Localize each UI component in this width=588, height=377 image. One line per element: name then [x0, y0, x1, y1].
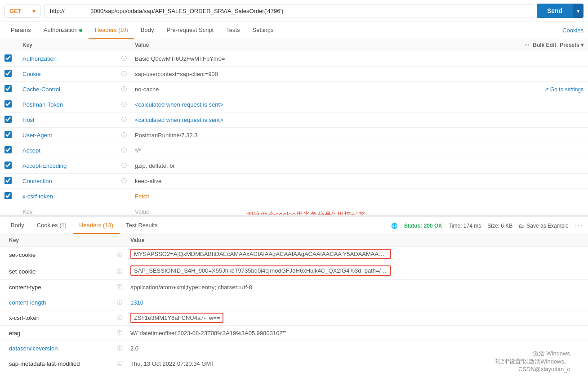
presets-btn[interactable]: Presets ▾	[560, 42, 584, 48]
resp-value-4: ZSh1e3MM1Y6aFCNU4a7-_w==	[130, 313, 579, 323]
request-tabs-row: Params Authorization Headers (10) Body P…	[0, 22, 588, 39]
row-checkbox-0[interactable]	[4, 54, 12, 62]
resp-value-6: 2.0	[130, 345, 579, 352]
resp-value-2: application/atom+xml;type=entry; charset…	[130, 284, 579, 291]
response-headers-area: Key Value set-cookie ⓘ MYSAPSSO2=AjQxMDM…	[0, 234, 588, 369]
header-key-4: Host	[22, 117, 121, 123]
resp-info-icon-1[interactable]: ⓘ	[117, 268, 130, 275]
tab-authorization[interactable]: Authorization	[37, 22, 89, 39]
header-row: User-Agent ⓘ PostmanRuntime/7.32.3	[0, 128, 588, 143]
resp-highlighted-value-4: ZSh1e3MM1Y6aFCNU4a7-_w==	[130, 313, 223, 323]
more-options-button[interactable]: ···	[575, 222, 584, 230]
resp-header-row: sap-metadata-last-modified ⓘ Thu, 13 Oct…	[0, 356, 588, 369]
resp-info-icon-4[interactable]: ⓘ	[117, 314, 130, 322]
resp-col-value: Value	[130, 237, 579, 243]
info-icon-0[interactable]: ⓘ	[121, 55, 135, 63]
resp-tab-cookies[interactable]: Cookies (1)	[31, 217, 73, 234]
tab-body[interactable]: Body	[134, 22, 160, 39]
header-value-1: sap-usercontext=sap-client=900	[135, 71, 359, 77]
resp-info-icon-7[interactable]: ⓘ	[117, 360, 130, 368]
info-icon-8[interactable]: ⓘ	[121, 177, 135, 185]
resp-tab-headers[interactable]: Headers (13)	[73, 217, 120, 234]
bulk-edit-btn[interactable]: Bulk Edit	[533, 42, 556, 48]
info-icon-3[interactable]: ⓘ	[121, 101, 135, 108]
save-icon: 🗂	[519, 223, 524, 229]
url-bar: GET ▾ Send ▾	[0, 0, 588, 22]
info-icon-2[interactable]: ⓘ	[121, 85, 135, 93]
resp-header-row: etag ⓘ W/"datetimeoffset'2023-08-23T08%3…	[0, 326, 588, 341]
resp-header-row: set-cookie ⓘ SAP_SESSIONID_S4H_900=X55Jh…	[0, 263, 588, 280]
send-button[interactable]: Send	[537, 4, 573, 18]
resp-key-7: sap-metadata-last-modified	[9, 360, 117, 367]
header-value-8: keep-alive	[135, 178, 359, 184]
header-value-2: no-cache	[135, 86, 359, 93]
tab-params[interactable]: Params	[4, 22, 37, 39]
resp-info-icon-6[interactable]: ⓘ	[117, 345, 130, 352]
headers-actions: ··· Bulk Edit Presets ▾	[525, 42, 584, 48]
resp-key-2: content-type	[9, 284, 117, 291]
resp-highlighted-value-0: MYSAPSSO2=AjQxMDMBABhDAEcAMAAxADIAIAAgAC…	[130, 249, 391, 259]
row-checkbox-7[interactable]	[4, 162, 12, 169]
resp-info-icon-0[interactable]: ⓘ	[117, 251, 130, 259]
header-row: Host ⓘ <calculated when request is sent>	[0, 112, 588, 128]
resp-header-row: set-cookie ⓘ MYSAPSSO2=AjQxMDMBABhDAEcAM…	[0, 247, 588, 263]
method-dropdown-icon: ▾	[32, 8, 36, 14]
row-checkbox-2[interactable]	[4, 85, 12, 92]
row-checkbox-3[interactable]	[4, 100, 12, 108]
info-icon-4[interactable]: ⓘ	[121, 116, 135, 124]
info-icon-6[interactable]: ⓘ	[121, 147, 135, 154]
cookies-link[interactable]: Cookies	[562, 27, 584, 34]
header-value-3: <calculated when request is sent>	[135, 101, 359, 108]
resp-tab-testresults[interactable]: Test Results	[120, 217, 164, 234]
resp-key-6: dataserviceversion	[9, 345, 117, 352]
header-key-7: Accept-Encoding	[22, 162, 121, 169]
resp-key-0: set-cookie	[9, 251, 117, 258]
info-icon-1[interactable]: ⓘ	[121, 70, 135, 78]
resp-value-5: W/"datetimeoffset'2023-08-23T08%3A19%3A0…	[130, 330, 579, 337]
url-input[interactable]	[44, 4, 533, 18]
request-headers-col-headers: Key Value ··· Bulk Edit Presets ▾	[0, 39, 588, 51]
header-value-5: PostmanRuntime/7.32.3	[135, 132, 359, 139]
tab-tests[interactable]: Tests	[220, 22, 246, 39]
tab-prerequest[interactable]: Pre-request Script	[160, 22, 220, 39]
resp-info-icon-5[interactable]: ⓘ	[117, 329, 130, 337]
info-icon-7[interactable]: ⓘ	[121, 162, 135, 170]
row-checkbox-1[interactable]	[4, 70, 12, 77]
resp-info-icon-2[interactable]: ⓘ	[117, 283, 130, 291]
header-key-9: x-csrf-token	[22, 193, 121, 200]
goto-settings-link[interactable]: ↗ Go to settings	[544, 86, 584, 93]
tab-settings[interactable]: Settings	[246, 22, 280, 39]
row-checkbox-6[interactable]	[4, 146, 12, 153]
more-icon[interactable]: ···	[525, 42, 529, 48]
header-key-6: Accept	[22, 147, 121, 154]
response-meta: 🌐 Status: 200 OK Time: 174 ms Size: 6 KB…	[391, 222, 584, 230]
info-icon-5[interactable]: ⓘ	[121, 131, 135, 139]
row-checkbox-5[interactable]	[4, 131, 12, 138]
header-key-3: Postman-Token	[22, 101, 121, 108]
header-value-9: Fetch	[135, 193, 359, 200]
send-dropdown-button[interactable]: ▾	[573, 4, 584, 18]
tab-headers[interactable]: Headers (10)	[89, 22, 134, 39]
resp-tab-body[interactable]: Body	[4, 217, 31, 234]
authorization-dot	[79, 29, 82, 32]
row-checkbox-4[interactable]	[4, 116, 12, 123]
globe-icon: 🌐	[391, 223, 398, 229]
resp-info-icon-3[interactable]: ⓘ	[117, 299, 130, 306]
row-checkbox-8[interactable]	[4, 177, 12, 184]
header-value-6: */*	[135, 147, 359, 154]
resp-value-7: Thu, 13 Oct 2022 07:20:34 GMT	[130, 360, 579, 367]
resp-header-row: dataserviceversion ⓘ 2.0	[0, 341, 588, 356]
save-example-button[interactable]: 🗂 Save as Example	[519, 223, 568, 229]
header-key-5: User-Agent	[22, 132, 121, 139]
resp-key-3: content-length	[9, 299, 117, 306]
col-key: Key	[22, 42, 121, 48]
response-time: Time: 174 ms	[449, 223, 481, 229]
row-checkbox-9[interactable]	[4, 192, 12, 199]
header-value-0: Basic Q0cwMTI6U2FwMTFpYm0=	[135, 55, 359, 62]
header-key-1: Cookie	[22, 71, 121, 77]
resp-header-row: content-type ⓘ application/atom+xml;type…	[0, 280, 588, 295]
resp-col-headers: Key Value	[0, 234, 588, 247]
header-value-empty: Value	[135, 208, 359, 215]
method-select[interactable]: GET ▾	[4, 4, 40, 18]
header-value-7: gzip, deflate, br	[135, 162, 359, 169]
